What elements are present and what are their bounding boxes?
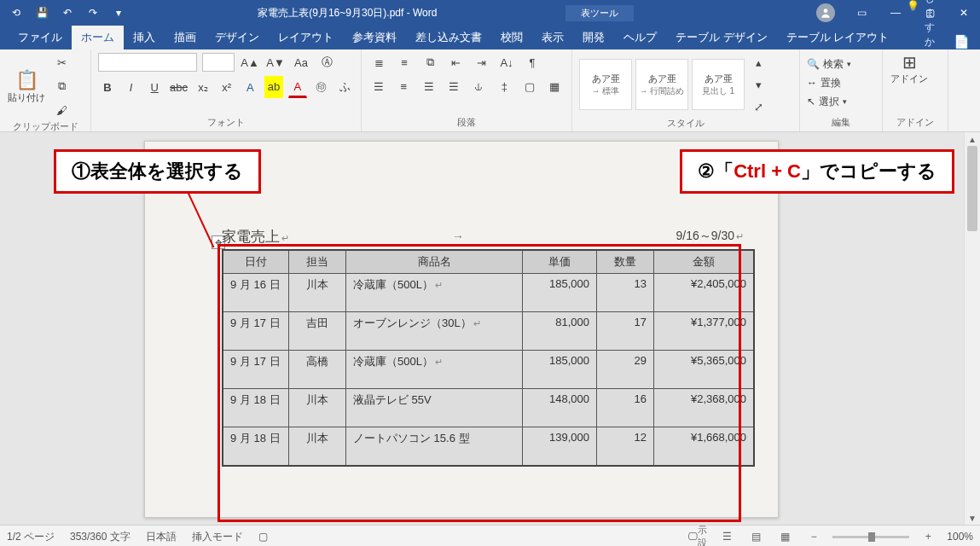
- tab-design[interactable]: デザイン: [206, 26, 269, 49]
- paste-button[interactable]: 📋 貼り付け: [7, 69, 46, 104]
- qat-more-icon[interactable]: ▾: [107, 2, 130, 24]
- table-row[interactable]: 9 月 17 日高橋冷蔵庫（500L）185,00029¥5,365,000: [223, 351, 754, 389]
- lightbulb-icon: 💡: [907, 0, 919, 12]
- line-spacing-icon[interactable]: ‡: [495, 76, 515, 96]
- sort-icon[interactable]: A↓: [496, 52, 517, 73]
- undo-icon[interactable]: ↶: [56, 2, 78, 24]
- vertical-scrollbar[interactable]: ▲ ▼: [964, 132, 980, 525]
- tab-draw[interactable]: 描画: [165, 26, 206, 49]
- zoom-slider-knob[interactable]: [868, 532, 875, 542]
- style-prev-icon[interactable]: ▴: [748, 52, 768, 73]
- status-page[interactable]: 1/2 ページ: [7, 530, 55, 544]
- clipboard-icon: 📋: [15, 69, 38, 91]
- web-layout-icon[interactable]: ▦: [774, 528, 795, 545]
- subscript-button[interactable]: x₂: [194, 77, 212, 97]
- align-left-icon[interactable]: ☰: [368, 76, 389, 96]
- enclose-char-icon[interactable]: ㊞: [312, 77, 331, 97]
- read-mode-icon[interactable]: ☰: [716, 528, 737, 545]
- decrease-indent-icon[interactable]: ⇤: [445, 52, 466, 73]
- document-page[interactable]: ✥ 家電売上 → 9/16～9/30 日付 担当 商品名 単価 数量 金額 9 …: [144, 141, 779, 518]
- style-heading1[interactable]: あア亜見出し 1: [692, 59, 745, 110]
- status-words[interactable]: 353/360 文字: [70, 530, 130, 544]
- print-layout-icon[interactable]: ▤: [745, 528, 766, 545]
- show-marks-icon[interactable]: ¶: [522, 52, 542, 73]
- tab-view[interactable]: 表示: [532, 26, 573, 49]
- table-row[interactable]: 9 月 17 日吉田オーブンレンジ（30L）81,00017¥1,377,000: [223, 312, 754, 351]
- share-button[interactable]: 📄: [943, 34, 980, 49]
- text-effects-icon[interactable]: A: [241, 77, 259, 97]
- underline-button[interactable]: U: [145, 77, 164, 97]
- tab-file[interactable]: ファイル: [9, 26, 72, 49]
- select-button[interactable]: ↖選択 ▾: [807, 93, 875, 110]
- justify-icon[interactable]: ☰: [444, 76, 465, 96]
- sales-table[interactable]: 日付 担当 商品名 単価 数量 金額 9 月 16 日川本冷蔵庫（500L）18…: [222, 249, 755, 467]
- style-no-spacing[interactable]: あア亜→ 行間詰め: [635, 59, 688, 110]
- cell-date: 9 月 18 日: [223, 389, 289, 427]
- scroll-down-icon[interactable]: ▼: [965, 511, 980, 525]
- superscript-button[interactable]: x²: [217, 77, 236, 97]
- tell-me-search[interactable]: 💡何をしますか: [907, 0, 943, 49]
- distribute-icon[interactable]: ⫝: [469, 76, 490, 96]
- tab-references[interactable]: 参考資料: [343, 26, 406, 49]
- tab-layout[interactable]: レイアウト: [269, 26, 343, 49]
- style-normal[interactable]: あア亜→ 標準: [579, 59, 632, 110]
- zoom-slider[interactable]: [832, 536, 909, 538]
- borders-icon[interactable]: ▦: [545, 76, 565, 96]
- status-language[interactable]: 日本語: [146, 530, 177, 544]
- table-row[interactable]: 9 月 18 日川本ノートパソコン 15.6 型139,00012¥1,668,…: [223, 427, 754, 467]
- ribbon-display-icon[interactable]: ▭: [845, 0, 878, 26]
- tab-table-layout[interactable]: テーブル レイアウト: [777, 26, 899, 49]
- grow-font-icon[interactable]: A▲: [240, 52, 260, 73]
- find-button[interactable]: 🔍検索 ▾: [807, 55, 875, 73]
- user-avatar[interactable]: [816, 3, 835, 22]
- increase-indent-icon[interactable]: ⇥: [471, 52, 491, 73]
- italic-button[interactable]: I: [122, 77, 141, 97]
- scroll-thumb[interactable]: [967, 146, 977, 231]
- align-right-icon[interactable]: ☰: [419, 76, 439, 96]
- cell-price: 81,000: [523, 312, 597, 351]
- font-size-input[interactable]: [202, 53, 235, 72]
- zoom-percent[interactable]: 100%: [947, 531, 973, 543]
- redo-icon[interactable]: ↷: [82, 2, 104, 24]
- strike-button[interactable]: abc: [169, 77, 188, 97]
- multilevel-icon[interactable]: ⧉: [420, 52, 440, 73]
- zoom-in-button[interactable]: +: [918, 528, 938, 545]
- clear-format-icon[interactable]: Ⓐ: [316, 52, 337, 73]
- change-case-icon[interactable]: Aa: [291, 52, 311, 73]
- style-expand-icon[interactable]: ⤢: [748, 96, 768, 117]
- tab-table-design[interactable]: テーブル デザイン: [666, 26, 777, 49]
- align-center-icon[interactable]: ≡: [394, 76, 415, 96]
- highlight-icon[interactable]: ab: [264, 76, 283, 98]
- ruby-icon[interactable]: ふ: [335, 77, 354, 97]
- copy-icon[interactable]: ⧉: [51, 76, 72, 96]
- table-row[interactable]: 9 月 16 日川本冷蔵庫（500L）185,00013¥2,405,000: [223, 274, 754, 312]
- tab-home[interactable]: ホーム: [72, 26, 124, 49]
- tab-review[interactable]: 校閲: [491, 26, 532, 49]
- close-button[interactable]: ✕: [948, 0, 980, 26]
- tab-help[interactable]: ヘルプ: [614, 26, 666, 49]
- zoom-out-button[interactable]: −: [803, 528, 824, 545]
- tab-mailings[interactable]: 差し込み文書: [406, 26, 491, 49]
- font-color-icon[interactable]: A: [288, 76, 307, 98]
- scroll-up-icon[interactable]: ▲: [965, 132, 980, 146]
- display-settings-button[interactable]: 🖵 表示設定: [687, 528, 708, 545]
- format-painter-icon[interactable]: 🖌: [51, 100, 72, 120]
- addins-button[interactable]: ⊞ アドイン: [890, 52, 929, 85]
- tab-developer[interactable]: 開発: [573, 26, 614, 49]
- font-name-input[interactable]: [98, 53, 197, 72]
- shrink-font-icon[interactable]: A▼: [265, 52, 286, 73]
- bold-button[interactable]: B: [98, 77, 117, 97]
- save-icon[interactable]: 💾: [31, 2, 53, 24]
- table-row[interactable]: 9 月 18 日川本液晶テレビ 55V148,00016¥2,368,000: [223, 389, 754, 427]
- autosave-icon[interactable]: ⟲: [5, 2, 27, 24]
- shading-icon[interactable]: ▢: [519, 76, 540, 96]
- style-next-icon[interactable]: ▾: [748, 74, 768, 95]
- bullets-icon[interactable]: ≣: [368, 52, 389, 73]
- macro-record-icon[interactable]: ▢: [258, 531, 268, 543]
- cut-icon[interactable]: ✂: [51, 52, 72, 73]
- tab-insert[interactable]: 挿入: [124, 26, 165, 49]
- replace-button[interactable]: ↔置換: [807, 74, 875, 91]
- group-styles-label: スタイル: [579, 117, 792, 132]
- status-insert-mode[interactable]: 挿入モード: [192, 530, 243, 544]
- numbering-icon[interactable]: ≡: [394, 52, 415, 73]
